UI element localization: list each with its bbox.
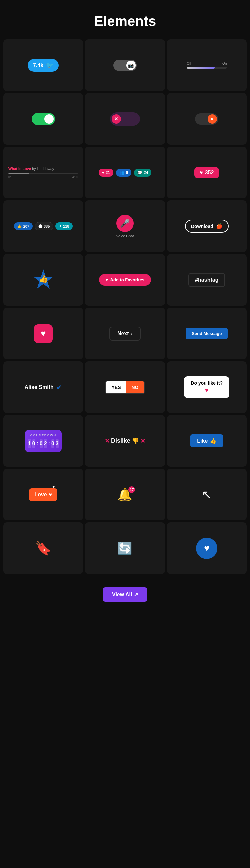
orange-play-icon: ▶ xyxy=(208,114,217,124)
cell-yes-no: YES NO xyxy=(85,361,165,413)
green-toggle[interactable] xyxy=(32,113,55,125)
verified-checkmark-icon: ✔ xyxy=(56,383,62,391)
download-button[interactable]: Download 🍎 xyxy=(185,220,229,232)
cell-slider: Off On xyxy=(167,39,247,91)
send-count: 118 xyxy=(63,224,69,228)
heart-352-badge[interactable]: ♥ 352 xyxy=(194,167,219,178)
do-you-like-card[interactable]: Do you like it? ♥ xyxy=(184,376,229,398)
cell-like: Like 👍 xyxy=(167,415,247,467)
twitter-count: 7.4k xyxy=(33,62,43,68)
like-icon: 👍 xyxy=(17,224,22,228)
download-label: Download xyxy=(191,224,213,229)
heart-icon-352: ♥ xyxy=(200,170,203,176)
svg-text:👍: 👍 xyxy=(39,274,48,283)
starburst-svg: 👍 xyxy=(33,269,54,290)
voice-chat[interactable]: 🎤 Voice Chat xyxy=(116,215,134,238)
orange-toggle[interactable]: ▶ xyxy=(195,113,218,125)
heart-blue-button[interactable]: ♥ xyxy=(196,538,217,559)
countdown-widget: COUNTDOWN 1 0 : 0 2 : 0 3 xyxy=(25,430,62,452)
slider-on-label: On xyxy=(222,62,227,65)
thumbsup-icon: 👍 xyxy=(210,438,216,444)
love-heart-icon: ♥ xyxy=(49,492,52,498)
people-icon: 👥 xyxy=(119,170,124,175)
send-react-btn[interactable]: ✈ 118 xyxy=(55,222,72,230)
mic-icon: 🎤 xyxy=(120,219,130,228)
bookmark-icon[interactable]: 🔖 xyxy=(35,540,52,556)
circle-icon: ⬤ xyxy=(38,224,42,228)
yes-button[interactable]: YES xyxy=(106,381,126,393)
view-all-button[interactable]: View All ↗ xyxy=(103,587,147,602)
circle-react-btn[interactable]: ⬤ 385 xyxy=(35,222,53,230)
view-all-wrap: View All ↗ xyxy=(0,577,250,615)
countdown-digits: 1 0 : 0 2 : 0 3 xyxy=(30,439,56,448)
music-player: What is Love by Haddaway 0:00 04:30 xyxy=(8,167,78,179)
cell-social-stats: ♥ 21 👥 6 💬 24 xyxy=(85,147,165,198)
dislike-button[interactable]: ✕ Dislike 👎 ✕ xyxy=(105,437,145,445)
heart-352-count: 352 xyxy=(205,170,214,176)
slider-container: Off On xyxy=(187,62,227,69)
heart-square-icon: ♥ xyxy=(41,328,46,339)
cell-react-buttons: 👍 207 ⬤ 385 ✈ 118 xyxy=(3,200,83,252)
slider-bar[interactable] xyxy=(187,67,227,69)
no-label: NO xyxy=(132,385,139,390)
cell-download: Download 🍎 xyxy=(167,200,247,252)
cell-heart-352: ♥ 352 xyxy=(167,147,247,198)
add-favorites-button[interactable]: ♥ Add to Favorites xyxy=(99,274,151,286)
hashtag-label: #hashtag xyxy=(195,277,218,283)
comment-count: 24 xyxy=(144,170,148,175)
countdown-sep1: : xyxy=(36,441,38,447)
like-button[interactable]: Like 👍 xyxy=(190,434,223,447)
cell-music-player: What is Love by Haddaway 0:00 04:30 xyxy=(3,147,83,198)
cell-send-message: Send Message xyxy=(167,308,247,359)
cell-heart-blue: ♥ xyxy=(167,522,247,574)
bell-badge: 17 xyxy=(128,486,135,493)
yes-label: YES xyxy=(111,385,121,390)
like-label: Like xyxy=(197,438,208,444)
heart-stat[interactable]: ♥ 21 xyxy=(99,169,113,177)
love-tag-button[interactable]: ♥ Love ♥ xyxy=(29,488,57,501)
cell-thumbs-badge: 👍 xyxy=(3,254,83,306)
bell-count: 17 xyxy=(130,488,134,492)
starburst-badge: 👍 xyxy=(33,269,54,291)
cell-love-tag: ♥ Love ♥ xyxy=(3,469,83,520)
like-react-btn[interactable]: 👍 207 xyxy=(14,222,33,230)
heart-square-button[interactable]: ♥ xyxy=(34,324,53,343)
bell-notification[interactable]: 🔔 17 xyxy=(117,488,132,502)
react-buttons: 👍 207 ⬤ 385 ✈ 118 xyxy=(14,222,73,230)
slider-fill xyxy=(187,67,215,69)
next-label: Next xyxy=(117,331,129,337)
cell-video-toggle: 📷 xyxy=(85,39,165,91)
next-button[interactable]: Next › xyxy=(110,327,140,341)
cell-twitter-badge: 7.4k 🐦 xyxy=(3,39,83,91)
twitter-badge[interactable]: 7.4k 🐦 xyxy=(28,59,59,72)
cell-do-you-like: Do you like it? ♥ xyxy=(167,361,247,413)
video-toggle[interactable]: 📷 xyxy=(113,60,137,71)
dark-toggle[interactable]: ✕ xyxy=(110,112,140,126)
love-heart-top-icon: ♥ xyxy=(52,484,55,489)
heart-icon-fav: ♥ xyxy=(106,277,108,282)
cell-cursor: ↖ xyxy=(167,469,247,520)
hashtag-button[interactable]: #hashtag xyxy=(188,273,225,287)
camera-icon: 📷 xyxy=(128,63,134,68)
people-stat[interactable]: 👥 6 xyxy=(116,169,131,177)
comment-stat[interactable]: 💬 24 xyxy=(134,169,151,177)
send-message-button[interactable]: Send Message xyxy=(186,328,228,339)
page-title: Elements xyxy=(0,0,250,39)
elements-grid: 7.4k 🐦 📷 Off On ✕ xyxy=(0,39,250,577)
mic-icon-wrap: 🎤 xyxy=(116,215,134,232)
do-you-like-label: Do you like it? xyxy=(191,380,223,386)
voice-chat-label: Voice Chat xyxy=(116,234,134,238)
heart-below-icon: ♥ xyxy=(191,387,223,394)
love-label: Love xyxy=(34,492,47,498)
music-progress-bar[interactable] xyxy=(8,173,78,174)
countdown-label: COUNTDOWN xyxy=(30,434,56,437)
countdown-d3: 0 xyxy=(40,439,43,448)
cell-dark-toggle: ✕ xyxy=(85,93,165,145)
people-count: 6 xyxy=(126,170,128,175)
music-progress-fill xyxy=(8,173,29,174)
no-button[interactable]: NO xyxy=(126,381,144,393)
cell-voice-chat: 🎤 Voice Chat xyxy=(85,200,165,252)
retweet-icon[interactable]: 🔄 xyxy=(117,541,132,555)
chevron-right-icon: › xyxy=(131,331,133,337)
countdown-d6: 3 xyxy=(56,439,59,448)
